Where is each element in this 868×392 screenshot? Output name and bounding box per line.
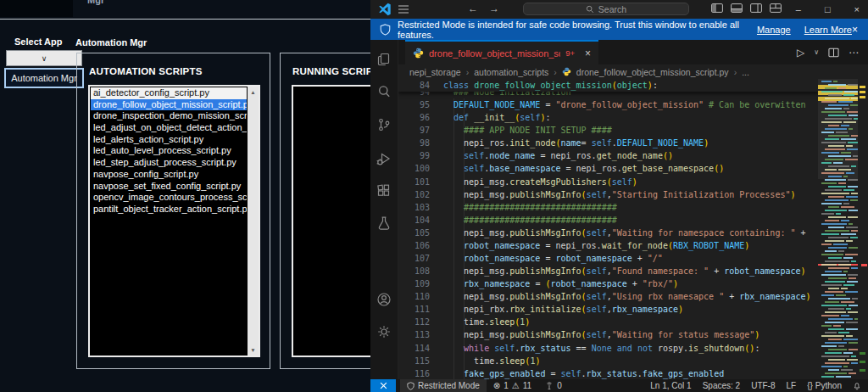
maximize-icon[interactable]: □	[825, 4, 831, 14]
breadcrumb-item[interactable]: nepi_storage	[409, 67, 461, 77]
encoding[interactable]: UTF-8	[751, 381, 775, 390]
list-item[interactable]: led_step_adjust_process_script.py	[91, 157, 247, 169]
toggle-secondary-sidebar-icon[interactable]	[750, 3, 762, 13]
automation-scripts-listbox[interactable]: ai_detector_config_script.pydrone_follow…	[88, 85, 260, 357]
code-line[interactable]: 108 nepi_msg.publishMsgInfo(self,"Found …	[398, 265, 818, 277]
code-line[interactable]: 100 self.base_namespace = nepi_ros.get_b…	[398, 162, 818, 175]
toggle-sidebar-icon[interactable]	[711, 3, 723, 13]
tab-close-icon[interactable]: ×	[585, 48, 591, 59]
remote-indicator[interactable]	[370, 379, 396, 392]
automation-mgr-button[interactable]: Automation Mgr	[4, 68, 84, 88]
minimap[interactable]	[818, 79, 858, 379]
list-item[interactable]: opencv_image_contours_process_script.py	[91, 192, 247, 204]
breadcrumb-item[interactable]: ...	[742, 67, 749, 77]
code-line[interactable]: 96 def __init__(self):	[398, 111, 818, 124]
code-line[interactable]: 95 DEFAULT_NODE_NAME = "drone_follow_obj…	[398, 98, 818, 111]
list-item[interactable]: drone_follow_object_mission_script.py	[91, 99, 247, 111]
search-view-icon[interactable]	[376, 83, 392, 100]
restricted-mode-status[interactable]: Restricted Mode	[400, 379, 487, 392]
code-line[interactable]: 101 nepi_msg.createMsgPublishers(self)	[398, 176, 818, 188]
sticky-scroll-line[interactable]: 84class drone_follow_object_mission(obje…	[398, 79, 818, 92]
banner-close-icon[interactable]: ×	[852, 24, 858, 36]
account-icon[interactable]	[376, 291, 392, 308]
script-list: ai_detector_config_script.pydrone_follow…	[91, 87, 247, 216]
run-debug-icon[interactable]	[376, 150, 392, 167]
code-line[interactable]: 111 nepi_rbx.rbx_initialize(self,rbx_nam…	[398, 303, 818, 316]
shield-icon	[407, 382, 415, 390]
customize-layout-icon[interactable]	[770, 3, 782, 13]
code-line[interactable]: 99 self.node_name = nepi_ros.get_node_na…	[398, 149, 818, 162]
split-editor-icon[interactable]	[828, 48, 839, 58]
code-line[interactable]: 113 nepi_msg.publishMsgInfo(self,"Waitin…	[398, 328, 818, 341]
list-item[interactable]: led_adjust_on_object_detect_action_scrip…	[91, 122, 247, 134]
list-item[interactable]: ai_detector_config_script.py	[91, 87, 247, 99]
code-line[interactable]: 97 #### APP NODE INIT SETUP ####	[398, 124, 818, 137]
list-item[interactable]: led_auto_level_process_script.py	[91, 145, 247, 157]
list-item[interactable]: drone_inspection_demo_mission_script.py	[91, 110, 247, 122]
code-line[interactable]: 84class drone_follow_object_mission(obje…	[398, 79, 818, 92]
code-line[interactable]: 109 rbx_namespace = (robot_namespace + "…	[398, 277, 818, 290]
run-python-icon[interactable]: ▷	[797, 47, 804, 59]
running-scripts-listbox[interactable]	[292, 85, 370, 357]
shield-icon	[380, 24, 391, 36]
scroll-down-icon[interactable]: ▼	[248, 347, 259, 353]
menu-icon[interactable]	[398, 4, 409, 14]
code-line[interactable]: 103 ##############################	[398, 201, 818, 214]
app-top-truncated-text: Mgr	[87, 0, 104, 5]
restricted-mode-banner: Restricted Mode is intended for safe cod…	[370, 19, 868, 40]
more-actions-icon[interactable]: ⋯	[849, 47, 859, 59]
nav-back-icon[interactable]: ←	[468, 3, 478, 14]
manage-link[interactable]: Manage	[757, 25, 791, 35]
tab-drone-follow-object-mission-script[interactable]: drone_follow_object_mission_script.py 9+…	[405, 40, 598, 64]
cursor-position[interactable]: Ln 1, Col 1	[650, 381, 691, 390]
breadcrumb-separator-icon: ›	[554, 67, 557, 77]
code-line[interactable]: 94 ### Node Initialization	[398, 92, 818, 98]
indentation[interactable]: Spaces: 2	[703, 381, 740, 390]
list-item[interactable]: pantilt_object_tracker_action_script.py	[91, 204, 247, 216]
list-item[interactable]: led_alerts_action_script.py	[91, 134, 247, 146]
code-line[interactable]: 105 nepi_msg.publishMsgInfo(self,"Waitin…	[398, 227, 818, 239]
toggle-panel-icon[interactable]	[731, 3, 743, 13]
code-line[interactable]: 114 while self.rbx_status == None and no…	[398, 342, 818, 355]
search-input[interactable]: Search	[523, 3, 689, 15]
explorer-icon[interactable]	[376, 51, 392, 68]
editor-group: drone_follow_object_mission_script.py 9+…	[398, 40, 868, 379]
ports-status[interactable]: 0	[538, 379, 569, 392]
problems-status[interactable]: ⊗ 1 ⚠ 11	[487, 379, 538, 392]
editor-actions: ▷ ∨ ⋯	[797, 40, 868, 64]
code-line[interactable]: 98 nepi_ros.init_node(name= self.DEFAULT…	[398, 137, 818, 149]
window-close-icon[interactable]: ×	[854, 4, 860, 14]
testing-icon[interactable]	[376, 215, 392, 232]
code-line[interactable]: 116 fake_gps_enabled = self.rbx_status.f…	[398, 367, 818, 379]
settings-gear-icon[interactable]	[376, 323, 392, 340]
code-line[interactable]: 104 ##############################	[398, 214, 818, 227]
breadcrumb-item[interactable]: drone_follow_object_mission_script.py	[576, 67, 729, 77]
extensions-icon[interactable]	[376, 182, 392, 199]
banner-message: Restricted Mode is intended for safe cod…	[398, 20, 743, 40]
code-line[interactable]: 110 nepi_msg.publishMsgInfo(self,"Using …	[398, 290, 818, 303]
listbox-scrollbar[interactable]: ▲ ▼	[248, 87, 259, 356]
list-item[interactable]: navpose_config_script.py	[91, 169, 247, 181]
language-mode[interactable]: {} Python	[807, 381, 842, 390]
list-item[interactable]: navpose_set_fixed_config_script.py	[91, 181, 247, 193]
breadcrumb-item[interactable]: automation_scripts	[474, 67, 548, 77]
run-dropdown-icon[interactable]: ∨	[814, 48, 819, 56]
minimize-icon[interactable]: –	[796, 4, 801, 14]
vscode-logo	[378, 3, 392, 16]
code-editor[interactable]: 84class drone_follow_object_mission(obje…	[398, 79, 818, 379]
eol-sequence[interactable]: LF	[787, 381, 797, 390]
automation-scripts-title: AUTOMATION SCRIPTS	[89, 66, 203, 76]
status-right: Ln 1, Col 1 Spaces: 2 UTF-8 LF {} Python	[650, 381, 868, 390]
notifications-bell-icon[interactable]	[853, 381, 861, 390]
code-line[interactable]: 115 time.sleep(1)	[398, 355, 818, 367]
code-line[interactable]: 106 robot_namespace = nepi_ros.wait_for_…	[398, 239, 818, 252]
scroll-up-icon[interactable]: ▲	[248, 89, 259, 95]
app-select-dropdown[interactable]: ∨	[6, 50, 82, 66]
nav-forward-icon[interactable]: →	[489, 3, 499, 14]
learn-more-link[interactable]: Learn More	[804, 25, 852, 35]
code-line[interactable]: 107 robot_namespace = robot_namespace + …	[398, 252, 818, 265]
code-line[interactable]: 112 time.sleep(1)	[398, 316, 818, 328]
ports-count: 0	[557, 381, 562, 390]
source-control-icon[interactable]	[376, 116, 392, 133]
code-line[interactable]: 102 nepi_msg.publishMsgInfo(self,"Starti…	[398, 188, 818, 201]
